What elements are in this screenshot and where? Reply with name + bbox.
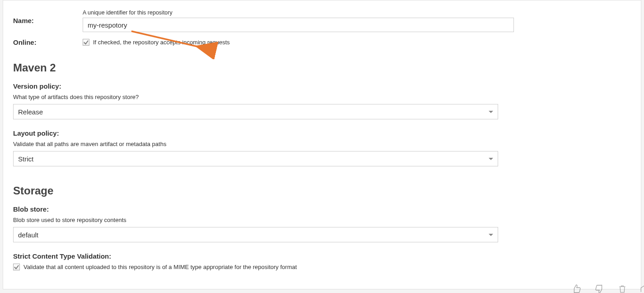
storage-section-title: Storage (13, 184, 630, 197)
version-policy-select[interactable]: Release (13, 104, 498, 119)
version-policy-label: Version policy: (13, 82, 630, 90)
blob-store-select[interactable]: default (13, 227, 498, 242)
chevron-down-icon (489, 111, 493, 113)
layout-policy-select[interactable]: Strict (13, 151, 498, 166)
online-checkbox-label: If checked, the repository accepts incom… (93, 39, 230, 46)
trash-icon[interactable] (618, 284, 627, 293)
strict-content-label: Strict Content Type Validation: (13, 252, 630, 260)
name-input[interactable] (83, 18, 514, 32)
share-icon[interactable] (639, 284, 644, 293)
blob-store-value: default (18, 231, 38, 239)
blob-store-hint: Blob store used to store repository cont… (13, 217, 630, 223)
layout-policy-label: Layout policy: (13, 129, 630, 137)
strict-content-checkbox[interactable] (13, 264, 20, 270)
blob-store-label: Blob store: (13, 205, 630, 213)
thumbs-down-icon[interactable] (594, 284, 605, 293)
version-policy-value: Release (18, 108, 43, 116)
chevron-down-icon (489, 158, 493, 160)
online-label: Online: (13, 38, 83, 46)
strict-content-checkbox-label: Validate that all content uploaded to th… (23, 264, 297, 270)
maven-section-title: Maven 2 (13, 61, 630, 74)
chevron-down-icon (489, 234, 493, 236)
name-hint: A unique identifier for this repository (83, 9, 630, 16)
version-policy-hint: What type of artifacts does this reposit… (13, 94, 630, 100)
thumbs-up-icon[interactable] (571, 284, 582, 293)
layout-policy-value: Strict (18, 155, 33, 163)
name-label: Name: (13, 9, 83, 32)
online-checkbox[interactable] (83, 39, 89, 46)
layout-policy-hint: Validate that all paths are maven artifa… (13, 141, 630, 147)
